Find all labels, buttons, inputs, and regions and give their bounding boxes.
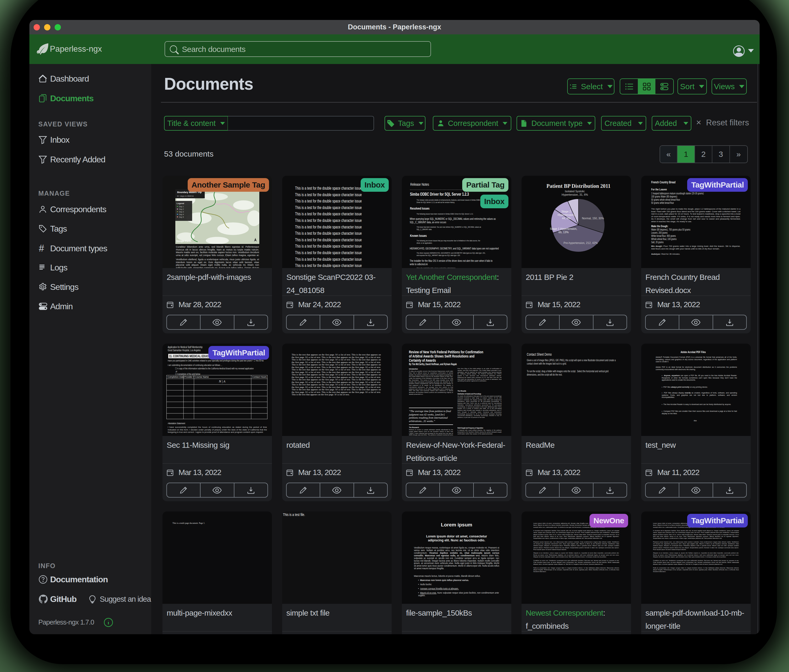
- svg-text:Day 1: Day 1: [179, 205, 184, 208]
- svg-text:Patient BP Distribution 2011: Patient BP Distribution 2011: [546, 183, 610, 189]
- svg-text:Legend: Legend: [177, 202, 184, 205]
- svg-text:Pre-hypertension, 212, 42%: Pre-hypertension, 212, 42%: [564, 241, 598, 244]
- svg-text:Day 5: Day 5: [179, 216, 184, 218]
- svg-text:Google Earth: Google Earth: [176, 240, 191, 242]
- svg-text:N | A: N | A: [219, 379, 225, 383]
- svg-text:Provider #: Provider #: [184, 376, 195, 378]
- svg-text:Normal, 150, 30%: Normal, 150, 30%: [582, 217, 604, 220]
- svg-text:Hypertension,: Hypertension,: [558, 213, 575, 217]
- svg-text:Day 4: Day 4: [179, 213, 184, 216]
- svg-text:Course Name: Course Name: [195, 376, 209, 378]
- svg-text:Day 2: Day 2: [179, 208, 184, 210]
- svg-text:Hypertension, 31, 6%: Hypertension, 31, 6%: [562, 193, 588, 196]
- svg-text:Stage 2: Stage 2: [561, 210, 571, 213]
- svg-text:Day 3: Day 3: [179, 211, 184, 213]
- svg-text:65, 13%: 65, 13%: [559, 231, 569, 234]
- svg-text:Completion Date: Completion Date: [168, 376, 184, 378]
- svg-text:44, 9%: 44, 9%: [562, 217, 571, 220]
- svg-text:Contact Hours: Contact Hours: [252, 376, 267, 378]
- svg-text:6+ days in BWCA: 6+ days in BWCA: [177, 195, 194, 197]
- svg-text:Isolated Systolic: Isolated Systolic: [565, 189, 585, 193]
- svg-text:Stage 1 Hypertension,: Stage 1 Hypertension,: [550, 227, 577, 230]
